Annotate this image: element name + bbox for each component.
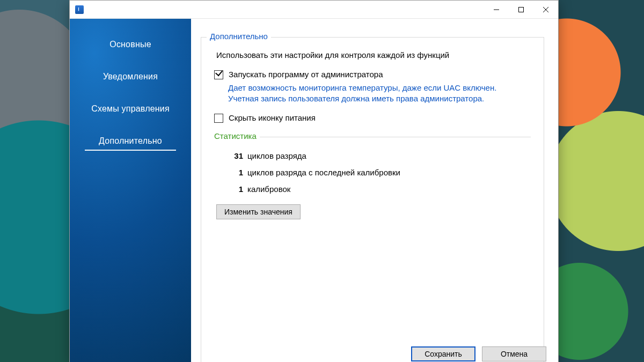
sidebar-item-label: Дополнительно	[99, 136, 162, 146]
sidebar-item-power-schemes[interactable]: Схемы управления	[70, 93, 191, 125]
stat-row: 1 калибровок	[228, 184, 531, 194]
titlebar[interactable]	[70, 1, 558, 19]
sidebar-item-label: Основные	[109, 40, 151, 49]
sidebar-item-main[interactable]: Основные	[70, 28, 191, 61]
content-area: Дополнительно Использовать эти настройки…	[191, 19, 558, 362]
advanced-groupbox: Дополнительно Использовать эти настройки…	[201, 37, 544, 362]
close-button[interactable]	[533, 1, 558, 18]
minimize-button[interactable]	[484, 1, 509, 18]
stat-label: циклов разряда	[247, 151, 306, 160]
svg-rect-1	[519, 7, 524, 12]
stat-label: циклов разряда с последней калибровки	[247, 168, 400, 177]
stat-value: 1	[228, 168, 243, 177]
hide-power-icon-label: Скрыть иконку питания	[229, 113, 316, 123]
run-as-admin-checkbox[interactable]	[214, 70, 223, 79]
sidebar-item-notifications[interactable]: Уведомления	[70, 61, 191, 93]
sidebar: Основные Уведомления Схемы управления До…	[70, 19, 191, 362]
dialog-button-row: Сохранить Отмена	[411, 346, 546, 361]
maximize-button[interactable]	[509, 1, 533, 18]
run-as-admin-hint: Дает возможность мониторинга температуры…	[228, 83, 529, 104]
hide-power-icon-checkbox[interactable]	[214, 114, 223, 123]
sidebar-item-label: Уведомления	[103, 72, 158, 82]
save-button[interactable]: Сохранить	[411, 346, 475, 361]
hide-power-icon-row[interactable]: Скрыть иконку питания	[214, 113, 531, 123]
stat-label: калибровок	[247, 184, 290, 194]
cancel-button[interactable]: Отмена	[482, 346, 546, 361]
statistics-title: Статистика	[214, 131, 260, 141]
advanced-description: Использовать эти настройки для контроля …	[216, 50, 531, 60]
sidebar-item-label: Схемы управления	[91, 104, 170, 114]
run-as-admin-row[interactable]: Запускать программу от администратора	[214, 69, 531, 79]
stat-value: 1	[228, 184, 243, 194]
stat-value: 31	[228, 151, 243, 160]
statistics-groupbox: Статистика 31 циклов разряда 1 циклов ра…	[214, 137, 531, 219]
sidebar-item-advanced[interactable]: Дополнительно	[70, 125, 191, 157]
stat-row: 31 циклов разряда	[228, 151, 531, 160]
run-as-admin-label: Запускать программу от администратора	[229, 69, 383, 79]
advanced-group-title: Дополнительно	[207, 32, 271, 41]
settings-window: Основные Уведомления Схемы управления До…	[69, 0, 559, 362]
edit-values-button[interactable]: Изменить значения	[216, 204, 301, 219]
stat-row: 1 циклов разряда с последней калибровки	[228, 168, 531, 177]
app-icon	[75, 5, 84, 14]
